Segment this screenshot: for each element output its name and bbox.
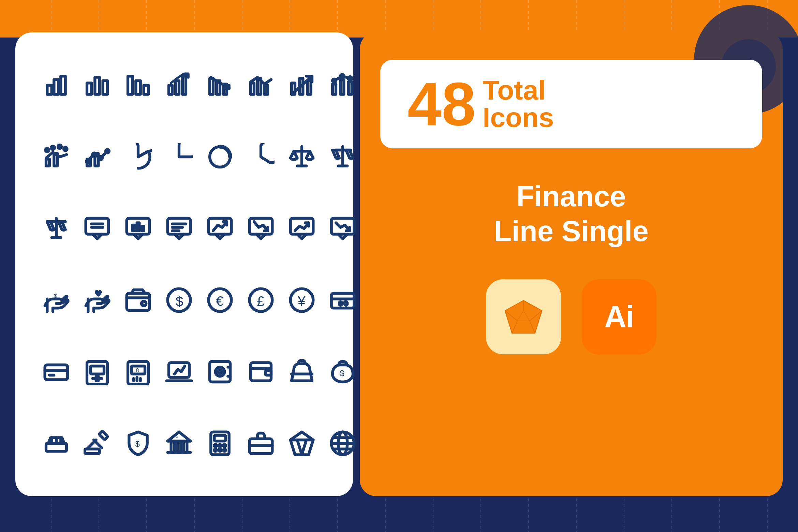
count-label-icons: Icons [483,104,554,131]
icon-gold-bar [39,426,73,460]
icon-calculator [203,426,237,460]
icon-bar-chart-mixed [244,68,278,102]
icon-presentation-line-down [326,211,360,246]
icon-purse [285,355,319,389]
svg-point-72 [99,156,102,160]
svg-point-71 [93,153,96,156]
icon-card-infinite [326,283,360,317]
icon-safe [203,355,237,389]
right-panel: 48 Total Icons Finance Line Single [360,32,783,496]
count-label-container: Total Icons [483,77,554,131]
icon-presentation-up [203,211,237,246]
svg-rect-172 [177,441,181,452]
icon-shield-dollar: $ [121,426,155,460]
icon-hand-dollar: $ [39,283,73,317]
icon-pie-chart-2 [162,140,196,174]
ai-label: Ai [604,299,634,335]
svg-rect-132 [45,365,68,380]
icon-bar-chart-down [203,68,237,102]
svg-text:$: $ [142,301,144,305]
svg-rect-35 [87,83,91,94]
icon-hand-heart [80,283,114,317]
svg-rect-62 [46,159,49,166]
icon-atm [80,355,114,389]
svg-text:$: $ [176,294,183,309]
svg-point-179 [223,444,226,447]
icon-presentation-line-up [285,211,319,246]
icon-presentation-down [244,211,278,246]
icon-wallet-dollar: $ [121,283,155,317]
icon-atm-pin: 8 [121,355,155,389]
svg-rect-171 [171,441,175,452]
svg-point-178 [219,444,221,447]
icon-presentation-bars [162,211,196,246]
icon-pie-chart-1 [121,140,155,174]
finance-title-line1: Finance [494,179,648,214]
svg-rect-39 [136,81,140,94]
icon-balance-simple [39,211,73,246]
svg-point-180 [214,449,217,452]
svg-text:¥: ¥ [297,294,306,309]
icon-circle-euro: € [203,283,237,317]
svg-rect-49 [264,85,268,94]
svg-point-66 [58,145,61,148]
svg-rect-176 [214,435,225,441]
svg-rect-94 [137,223,139,231]
svg-point-177 [214,444,217,447]
svg-rect-44 [210,78,213,94]
icon-bar-chart-2 [80,68,114,102]
icon-balance-filled [285,140,319,174]
icon-bar-chart-dots [326,68,360,102]
svg-line-188 [302,440,306,455]
icon-pie-donut [203,140,237,174]
icon-credit-card [39,355,73,389]
svg-point-75 [216,152,225,162]
icon-bar-chart-arrow-up [285,68,319,102]
svg-rect-55 [340,79,344,94]
svg-rect-42 [176,81,179,94]
svg-point-152 [218,370,222,373]
svg-point-181 [219,449,221,452]
svg-rect-34 [61,76,65,94]
svg-rect-40 [144,85,148,94]
icon-money-bag: $ [326,355,360,389]
svg-rect-43 [182,76,186,94]
svg-rect-164 [99,431,108,440]
ai-icon-button[interactable]: Ai [581,279,656,354]
icon-circle-dollar: $ [162,283,196,317]
svg-rect-56 [349,82,352,94]
svg-rect-173 [183,441,187,452]
svg-rect-150 [210,361,230,382]
svg-point-65 [51,146,55,149]
icon-scatter-up [80,140,114,174]
svg-text:$: $ [54,293,57,299]
icon-presentation-blank [80,211,114,246]
svg-rect-36 [95,77,99,94]
icon-count: 48 [408,73,476,135]
icon-presentation-chart [121,211,155,246]
finance-title-line2: Line Single [494,214,648,249]
svg-point-67 [64,147,67,151]
icon-diamond [285,426,319,460]
icon-circle-yen: ¥ [285,283,319,317]
svg-rect-93 [132,225,135,231]
count-label-total: Total [483,77,554,104]
icon-bank-dollar: $ [162,426,196,460]
svg-text:$: $ [176,433,178,439]
icon-briefcase [244,426,278,460]
svg-text:€: € [216,294,223,309]
svg-point-64 [45,148,49,152]
svg-rect-52 [308,81,311,94]
svg-point-73 [106,149,109,153]
icon-laptop-chart [162,355,196,389]
svg-rect-37 [103,81,107,94]
svg-text:$: $ [135,440,140,448]
sketch-icon-button[interactable] [486,279,561,354]
icon-globe [326,426,360,460]
icon-gavel [80,426,114,460]
icon-scatter-down [39,140,73,174]
svg-rect-130 [331,293,354,308]
svg-text:£: £ [257,294,264,309]
svg-rect-54 [332,84,336,94]
icon-balance-outline [326,140,360,174]
